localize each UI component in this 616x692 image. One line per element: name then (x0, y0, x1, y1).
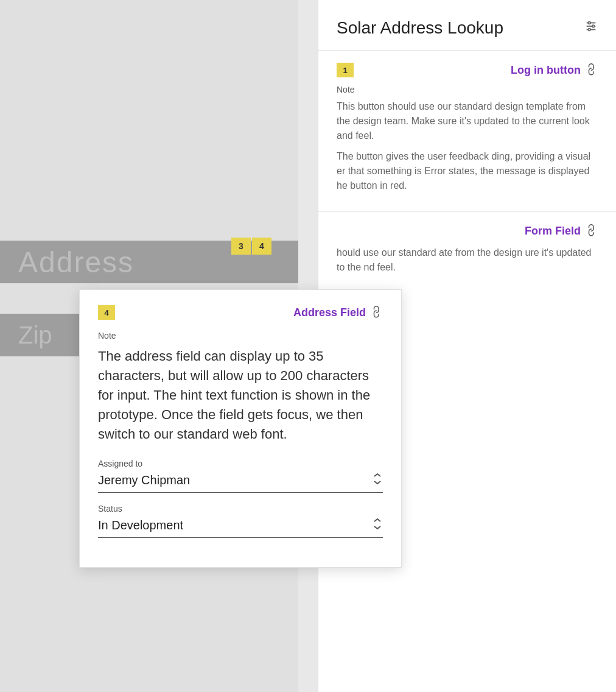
annotation-text-1a: This button should use our standard desi… (337, 99, 598, 143)
badge-group-3-4: 3 4 (231, 238, 271, 255)
annotation-number-4: 4 (98, 305, 115, 320)
link-icon-form[interactable] (584, 222, 601, 240)
annotation-text-form: hould use our standard ate from the desi… (337, 245, 598, 275)
assigned-value-row[interactable]: Jeremy Chipman (98, 472, 383, 493)
address-field-header: 4 Address Field (98, 305, 383, 320)
address-field-body: The address field can display up to 35 c… (98, 347, 383, 443)
status-label: Status (98, 504, 383, 514)
assigned-label: Assigned to (98, 459, 383, 468)
svg-point-3 (588, 22, 590, 24)
address-field-note: Note (98, 331, 383, 341)
assigned-value: Jeremy Chipman (98, 473, 190, 487)
status-group: Status In Development (98, 504, 383, 538)
address-field-label-right: Address Field (293, 306, 383, 320)
panel-header: Solar Address Lookup (318, 0, 616, 51)
annotation-label-right-form: Form Field (525, 224, 598, 238)
address-placeholder-text: Address (18, 245, 134, 279)
link-icon-1[interactable] (584, 62, 601, 79)
svg-point-4 (592, 25, 595, 27)
badge-3: 3 (231, 238, 251, 255)
form-field-section: Form Field hould use our standard ate fr… (318, 212, 616, 293)
form-field-label: Form Field (525, 225, 581, 238)
panel-title: Solar Address Lookup (337, 18, 503, 38)
link-icon-address[interactable] (369, 304, 387, 322)
svg-point-5 (588, 29, 590, 31)
badge-4: 4 (252, 238, 271, 255)
address-field-title: Address Field (293, 306, 366, 319)
annotation-text-1b: The button gives the user feedback ding,… (337, 149, 598, 193)
status-value-row[interactable]: In Development (98, 517, 383, 538)
address-field-panel: 4 Address Field Note The address field c… (79, 289, 402, 568)
status-value: In Development (98, 518, 183, 532)
annotation-item-1: 1 Log in button Note This button should … (318, 51, 616, 212)
assigned-to-group: Assigned to Jeremy Chipman (98, 459, 383, 493)
annotation-header-1: 1 Log in button (337, 63, 598, 77)
annotation-number-1: 1 (337, 63, 354, 77)
assigned-chevron-icon[interactable] (372, 472, 383, 489)
tune-icon[interactable] (584, 19, 598, 37)
status-chevron-icon[interactable] (372, 517, 383, 534)
annotation-header-form: Form Field (337, 224, 598, 238)
note-label-1: Note (337, 85, 598, 94)
annotation-label-right-1: Log in button (511, 63, 598, 77)
zip-placeholder-text: Zip (18, 322, 52, 349)
login-button-label: Log in button (511, 64, 581, 77)
